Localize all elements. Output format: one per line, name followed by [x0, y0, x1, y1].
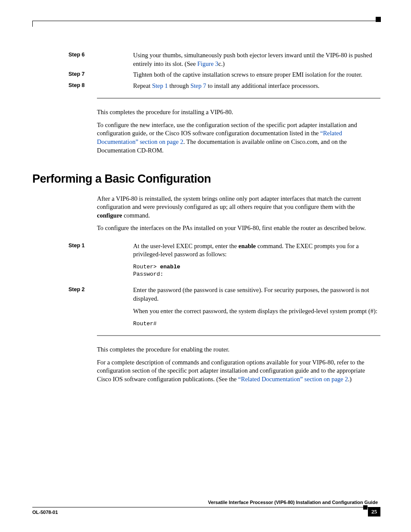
text: When you enter the correct password, the… — [133, 308, 377, 314]
bold-text: enable — [239, 243, 256, 249]
step-row: Step 8Repeat Step 1 through Step 7 to in… — [32, 82, 380, 90]
step-label: Step 6 — [32, 51, 133, 68]
paragraph: This completes the procedure for enablin… — [97, 345, 379, 354]
step-row: Step 2Enter the password (the password i… — [32, 286, 380, 327]
text: to install any additional interface proc… — [206, 82, 320, 89]
page-number: 25 — [368, 507, 380, 516]
text: .) — [348, 376, 352, 383]
footer-rule — [32, 507, 380, 507]
section-heading: Performing a Basic Configuration — [32, 171, 380, 187]
step-row: Step 6Using your thumbs, simultaneously … — [32, 51, 380, 68]
text: After a VIP6-80 is reinstalled, the syst… — [97, 195, 361, 211]
text: To configure the new interface, use the … — [97, 121, 357, 137]
code-block: Router# — [133, 320, 379, 328]
cross-reference-link[interactable]: Step 7 — [190, 82, 206, 89]
code-text: Password: — [133, 271, 163, 277]
step-label: Step 8 — [32, 82, 133, 90]
paragraph: For a complete description of commands a… — [97, 358, 379, 384]
paragraph: When you enter the correct password, the… — [133, 307, 379, 316]
step-label: Step 7 — [32, 71, 133, 79]
text: Repeat — [133, 82, 152, 89]
cross-reference-link[interactable]: Step 1 — [152, 82, 168, 89]
separator-rule — [97, 335, 380, 336]
step-row: Step 7Tighten both of the captive instal… — [32, 71, 380, 79]
top-rule — [32, 21, 380, 21]
bold-text: configure — [97, 212, 122, 219]
text: through — [168, 82, 190, 89]
text: c.) — [218, 60, 225, 67]
page-footer: Versatile Interface Processor (VIP6-80) … — [32, 499, 380, 516]
paragraph: To configure the interfaces on the PAs i… — [97, 224, 379, 233]
code-text: enable — [160, 264, 180, 270]
step-body: Using your thumbs, simultaneously push b… — [133, 51, 380, 68]
step-body: Tighten both of the captive installation… — [133, 71, 380, 79]
paragraph: This completes the procedure for install… — [97, 108, 379, 117]
text: At the user-level EXEC prompt, enter the — [133, 243, 239, 249]
paragraph: Enter the password (the password is case… — [133, 286, 379, 303]
text: Tighten both of the captive installation… — [133, 71, 362, 78]
step-body: Repeat Step 1 through Step 7 to install … — [133, 82, 380, 90]
text: Using your thumbs, simultaneously push b… — [133, 52, 372, 67]
code-text: Router# — [133, 320, 157, 327]
text: To configure the interfaces on the PAs i… — [97, 224, 366, 231]
paragraph: To configure the new interface, use the … — [97, 121, 379, 155]
step-row: Step 1At the user-level EXEC prompt, ent… — [32, 242, 380, 278]
paragraph: At the user-level EXEC prompt, enter the… — [133, 242, 379, 259]
text: This completes the procedure for enablin… — [97, 346, 230, 353]
content-area: Step 6Using your thumbs, simultaneously … — [32, 51, 380, 383]
text: Enter the password (the password is case… — [133, 286, 369, 302]
cross-reference-link[interactable]: “Related Documentation” section on page … — [238, 376, 348, 383]
step-label: Step 2 — [32, 286, 133, 327]
step-body: At the user-level EXEC prompt, enter the… — [133, 242, 380, 278]
page-body: Step 6Using your thumbs, simultaneously … — [32, 21, 380, 388]
code-block: Router> enable Password: — [133, 263, 379, 278]
cross-reference-link[interactable]: Figure 3 — [197, 60, 218, 67]
step-body: Enter the password (the password is case… — [133, 286, 380, 327]
footer-doc-number: OL-5078-01 — [32, 509, 58, 516]
separator-rule — [97, 98, 380, 99]
footer-doc-title: Versatile Interface Processor (VIP6-80) … — [32, 499, 380, 506]
text: command. — [122, 212, 150, 219]
text: This completes the procedure for install… — [97, 109, 233, 115]
code-text: Router> — [133, 264, 160, 270]
step-label: Step 1 — [32, 242, 133, 278]
corner-marker — [376, 17, 381, 22]
paragraph: After a VIP6-80 is reinstalled, the syst… — [97, 195, 379, 220]
